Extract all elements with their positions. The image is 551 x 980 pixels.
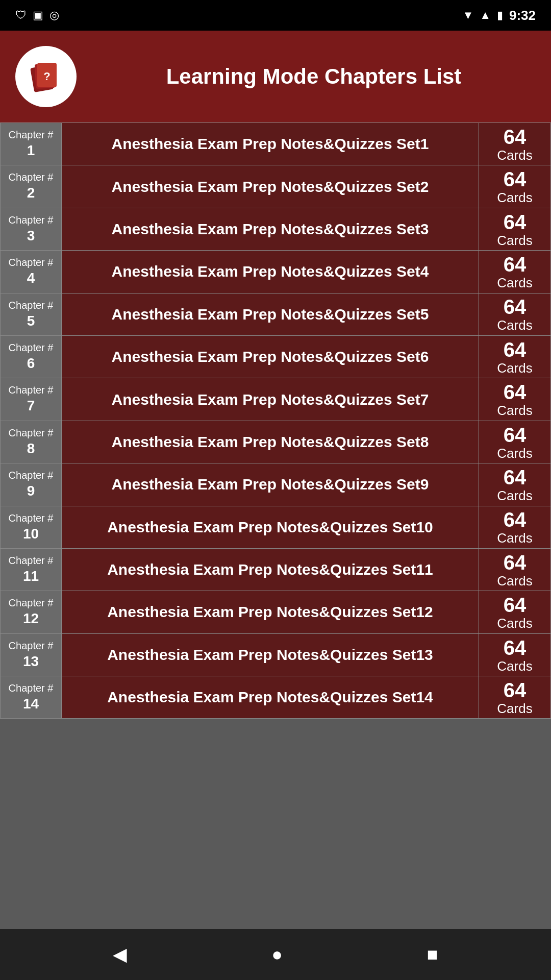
logo-icon: ?	[28, 59, 64, 94]
chapter-number-cell: Chapter # 5	[1, 293, 62, 335]
chapter-title-cell: Anesthesia Exam Prep Notes&Quizzes Set12	[62, 591, 479, 633]
cards-label: Cards	[497, 318, 532, 333]
chapter-number-cell: Chapter # 14	[1, 676, 62, 718]
cards-count-value: 64	[504, 508, 527, 531]
chapter-cards-cell: 64 Cards	[479, 293, 550, 335]
chapter-title-cell: Anesthesia Exam Prep Notes&Quizzes Set1	[62, 123, 479, 165]
chapter-cards-cell: 64 Cards	[479, 421, 550, 463]
chapter-number-cell: Chapter # 8	[1, 421, 62, 463]
chapter-hash-label: Chapter #	[9, 170, 54, 184]
cards-label: Cards	[497, 659, 532, 674]
chapter-number-value: 5	[27, 312, 35, 330]
chapter-cards-cell: 64 Cards	[479, 336, 550, 378]
status-time: 9:32	[509, 8, 536, 23]
chapter-hash-label: Chapter #	[9, 426, 54, 439]
page-title: Learning Mode Chapters List	[92, 64, 536, 89]
cards-label: Cards	[497, 531, 532, 546]
table-row[interactable]: Chapter # 5 Anesthesia Exam Prep Notes&Q…	[0, 293, 551, 335]
cards-label: Cards	[497, 488, 532, 503]
chapter-title-cell: Anesthesia Exam Prep Notes&Quizzes Set10	[62, 506, 479, 548]
chapter-title-cell: Anesthesia Exam Prep Notes&Quizzes Set5	[62, 293, 479, 335]
chapter-number-value: 6	[27, 354, 35, 373]
table-row[interactable]: Chapter # 3 Anesthesia Exam Prep Notes&Q…	[0, 208, 551, 250]
table-row[interactable]: Chapter # 4 Anesthesia Exam Prep Notes&Q…	[0, 250, 551, 292]
chapter-number-value: 11	[23, 567, 39, 585]
chapter-hash-label: Chapter #	[9, 128, 54, 141]
chapter-cards-cell: 64 Cards	[479, 591, 550, 633]
chapter-cards-cell: 64 Cards	[479, 463, 550, 505]
table-row[interactable]: Chapter # 7 Anesthesia Exam Prep Notes&Q…	[0, 378, 551, 420]
chapter-title-cell: Anesthesia Exam Prep Notes&Quizzes Set14	[62, 676, 479, 718]
chapter-hash-label: Chapter #	[9, 256, 54, 269]
chapter-hash-label: Chapter #	[9, 596, 54, 609]
app-header: ? Learning Mode Chapters List	[0, 31, 551, 122]
chapter-number-cell: Chapter # 1	[1, 123, 62, 165]
cards-label: Cards	[497, 190, 532, 205]
chapter-title-cell: Anesthesia Exam Prep Notes&Quizzes Set2	[62, 165, 479, 207]
sim-icon: ▣	[33, 9, 43, 22]
table-row[interactable]: Chapter # 8 Anesthesia Exam Prep Notes&Q…	[0, 421, 551, 463]
cards-label: Cards	[497, 148, 532, 163]
chapter-cards-cell: 64 Cards	[479, 676, 550, 718]
table-row[interactable]: Chapter # 11 Anesthesia Exam Prep Notes&…	[0, 548, 551, 591]
cards-label: Cards	[497, 361, 532, 376]
chapter-title-cell: Anesthesia Exam Prep Notes&Quizzes Set3	[62, 208, 479, 250]
chapter-number-cell: Chapter # 10	[1, 506, 62, 548]
cards-label: Cards	[497, 276, 532, 290]
chapter-hash-label: Chapter #	[9, 639, 54, 652]
chapter-title-cell: Anesthesia Exam Prep Notes&Quizzes Set6	[62, 336, 479, 378]
cards-label: Cards	[497, 446, 532, 461]
chapter-cards-cell: 64 Cards	[479, 634, 550, 676]
status-bar: 🛡 ▣ ◎ ▼ ▲ ▮ 9:32	[0, 0, 551, 31]
chapter-number-value: 3	[27, 227, 35, 245]
chapter-title-cell: Anesthesia Exam Prep Notes&Quizzes Set8	[62, 421, 479, 463]
table-row[interactable]: Chapter # 2 Anesthesia Exam Prep Notes&Q…	[0, 165, 551, 207]
settings-icon: ◎	[49, 9, 59, 22]
table-row[interactable]: Chapter # 9 Anesthesia Exam Prep Notes&Q…	[0, 463, 551, 505]
chapter-number-cell: Chapter # 3	[1, 208, 62, 250]
chapter-number-cell: Chapter # 11	[1, 549, 62, 591]
table-row[interactable]: Chapter # 13 Anesthesia Exam Prep Notes&…	[0, 633, 551, 676]
table-row[interactable]: Chapter # 12 Anesthesia Exam Prep Notes&…	[0, 591, 551, 633]
cards-label: Cards	[497, 616, 532, 631]
cards-count-value: 64	[504, 211, 527, 233]
chapter-number-cell: Chapter # 2	[1, 165, 62, 207]
chapter-number-value: 12	[23, 609, 39, 628]
chapter-number-cell: Chapter # 9	[1, 463, 62, 505]
chapter-hash-label: Chapter #	[9, 554, 54, 567]
chapter-cards-cell: 64 Cards	[479, 208, 550, 250]
cards-label: Cards	[497, 233, 532, 248]
bottom-nav: ◀ ● ■	[0, 929, 551, 980]
chapter-title-cell: Anesthesia Exam Prep Notes&Quizzes Set9	[62, 463, 479, 505]
table-row[interactable]: Chapter # 6 Anesthesia Exam Prep Notes&Q…	[0, 335, 551, 378]
table-row[interactable]: Chapter # 14 Anesthesia Exam Prep Notes&…	[0, 676, 551, 719]
chapter-number-value: 13	[23, 652, 39, 671]
cards-count-value: 64	[504, 126, 527, 148]
chapter-number-value: 8	[27, 439, 35, 458]
recent-button[interactable]: ■	[422, 939, 443, 970]
cards-label: Cards	[497, 701, 532, 716]
chapter-number-value: 4	[27, 269, 35, 287]
battery-icon: ▮	[497, 9, 503, 22]
chapter-hash-label: Chapter #	[9, 299, 54, 312]
cards-count-value: 64	[504, 296, 527, 318]
chapter-title-cell: Anesthesia Exam Prep Notes&Quizzes Set7	[62, 378, 479, 420]
cards-count-value: 64	[504, 551, 527, 574]
table-row[interactable]: Chapter # 10 Anesthesia Exam Prep Notes&…	[0, 506, 551, 548]
chapter-number-value: 7	[27, 397, 35, 415]
chapter-number-cell: Chapter # 6	[1, 336, 62, 378]
home-button[interactable]: ●	[266, 939, 288, 970]
back-button[interactable]: ◀	[108, 939, 132, 970]
wifi-icon: ▼	[462, 9, 473, 22]
cards-count-value: 64	[504, 594, 527, 616]
status-bar-left: 🛡 ▣ ◎	[15, 9, 59, 22]
shield-icon: 🛡	[15, 9, 27, 22]
chapter-number-value: 2	[27, 184, 35, 202]
chapter-hash-label: Chapter #	[9, 213, 54, 227]
chapter-cards-cell: 64 Cards	[479, 378, 550, 420]
chapter-number-value: 14	[23, 695, 39, 713]
cards-label: Cards	[497, 403, 532, 418]
table-row[interactable]: Chapter # 1 Anesthesia Exam Prep Notes&Q…	[0, 122, 551, 165]
chapter-hash-label: Chapter #	[9, 383, 54, 397]
chapter-number-value: 1	[27, 141, 35, 160]
